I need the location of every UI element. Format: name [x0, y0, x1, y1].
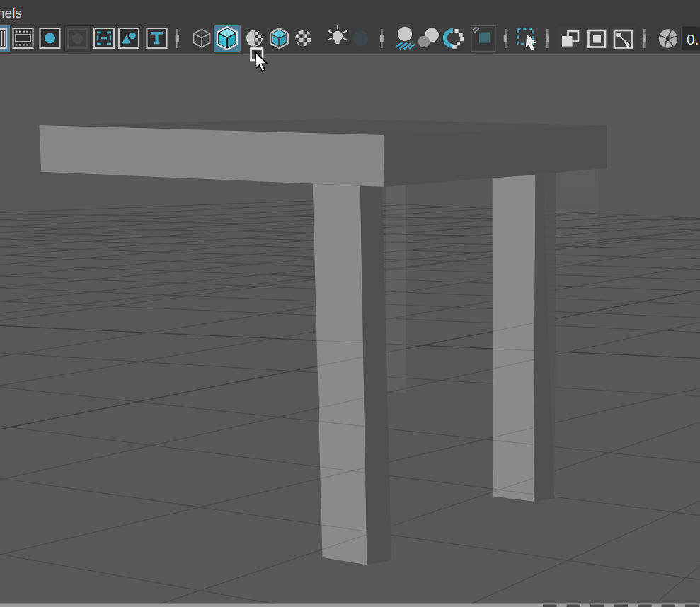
svg-text:0.: 0.: [687, 31, 699, 47]
svg-text:nels: nels: [0, 6, 22, 21]
